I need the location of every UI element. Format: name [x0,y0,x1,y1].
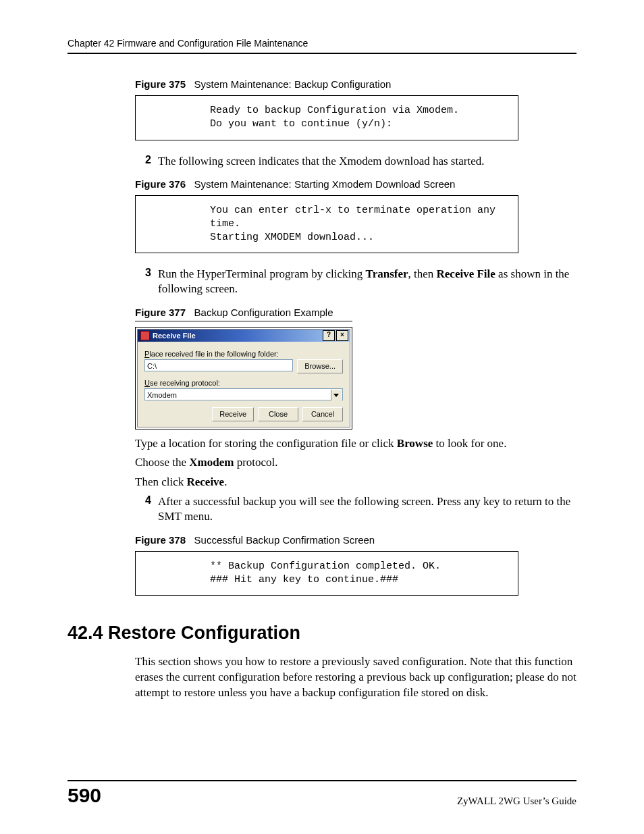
figure-375-label: Figure 375 [135,78,186,90]
figure-378-title: Successful Backup Confirmation Screen [194,534,375,546]
close-dialog-button[interactable]: Close [258,407,298,421]
figure-376-code: You can enter ctrl-x to terminate operat… [135,195,518,254]
receive-file-dialog: Receive File ? × Place received file in … [135,327,352,429]
step-2-text: The following screen indicates that the … [158,154,484,169]
protocol-label: Use receiving protocol: [144,379,343,387]
guide-name: ZyWALL 2WG User’s Guide [457,796,576,807]
step-3-text: Run the HyperTerminal program by clickin… [158,267,576,296]
step-2: 2 The following screen indicates that th… [135,154,576,169]
figure-376-label: Figure 376 [135,178,186,190]
close-button[interactable]: × [336,330,348,341]
receive-button[interactable]: Receive [212,407,254,421]
dialog-title: Receive File [153,332,321,340]
figure-377-label: Figure 377 [135,307,186,318]
para-type-location: Type a location for storing the configur… [135,436,576,452]
folder-input[interactable]: C:\ [144,359,293,371]
step-3-number: 3 [135,267,151,296]
step-4-text: After a successful backup you will see t… [158,494,576,524]
figure-376-title: System Maintenance: Starting Xmodem Down… [194,178,456,190]
page-number: 590 [68,784,101,807]
para-choose-protocol: Choose the Xmodem protocol. [135,455,576,471]
figure-378-label: Figure 378 [135,534,186,546]
figure-375-caption: Figure 375 System Maintenance: Backup Co… [135,78,576,90]
step-4-number: 4 [135,494,151,524]
section-42-4-para: This section shows you how to restore a … [135,654,576,701]
figure-375-code: Ready to backup Configuration via Xmodem… [135,95,518,140]
dialog-titlebar: Receive File ? × [138,330,350,342]
running-header: Chapter 42 Firmware and Configuration Fi… [68,38,576,54]
figure-377-title: Backup Configuration Example [194,307,333,318]
figure-378-code: ** Backup Configuration completed. OK. #… [135,551,518,596]
step-2-number: 2 [135,154,151,169]
dialog-app-icon [140,331,150,340]
protocol-select[interactable]: Xmodem [144,388,343,400]
help-button[interactable]: ? [323,330,335,341]
cancel-button[interactable]: Cancel [302,407,343,421]
page-footer: 590 ZyWALL 2WG User’s Guide [68,780,576,807]
step-4: 4 After a successful backup you will see… [135,494,576,524]
browse-button[interactable]: Browse... [297,359,343,373]
step-3: 3 Run the HyperTerminal program by click… [135,267,576,296]
para-then-click: Then click Receive. [135,475,576,490]
figure-377-caption: Figure 377 Backup Configuration Example [135,307,352,321]
figure-378-caption: Figure 378 Successful Backup Confirmatio… [135,534,576,546]
section-42-4-heading: 42.4 Restore Configuration [68,623,576,644]
figure-375-title: System Maintenance: Backup Configuration [194,78,392,90]
folder-label: Place received file in the following fol… [144,350,343,358]
figure-376-caption: Figure 376 System Maintenance: Starting … [135,178,576,190]
